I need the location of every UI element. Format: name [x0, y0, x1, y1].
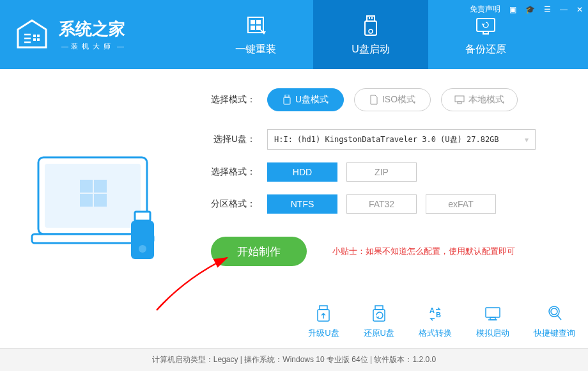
mode-usb-button[interactable]: U盘模式: [267, 88, 344, 111]
iso-small-icon: [369, 95, 378, 105]
backup-icon: [473, 13, 499, 39]
upgrade-usb-icon: [314, 304, 333, 324]
svg-rect-1: [37, 35, 40, 37]
svg-rect-11: [371, 17, 373, 19]
shortcut-icon: [545, 304, 564, 324]
mode-local-label: 本地模式: [468, 94, 504, 106]
tab-usbboot[interactable]: U盘启动: [313, 0, 428, 69]
svg-rect-6: [256, 20, 261, 24]
usb-select-value: H:I: (hd1) KingstonDataTraveler 3.0 (U盘)…: [274, 134, 499, 145]
action-shortcut-label: 快捷键查询: [534, 328, 575, 339]
svg-rect-20: [80, 194, 93, 207]
partition-exfat-button[interactable]: exFAT: [426, 194, 496, 214]
close-icon[interactable]: ✕: [576, 5, 583, 14]
convert-icon: AB: [426, 304, 445, 324]
usb-select-dropdown[interactable]: H:I: (hd1) KingstonDataTraveler 3.0 (U盘)…: [267, 129, 536, 150]
partition-ntfs-button[interactable]: NTFS: [267, 194, 337, 214]
window-controls: 免责声明 ▣ 🎓 ☰ — ✕: [470, 4, 583, 15]
usb-select-row: 选择U盘： H:I: (hd1) KingstonDataTraveler 3.…: [198, 129, 562, 150]
svg-rect-18: [80, 180, 93, 193]
partition-fat32-button[interactable]: FAT32: [346, 194, 417, 214]
svg-rect-32: [375, 306, 383, 310]
mode-row: 选择模式： U盘模式 ISO模式 本地模式: [198, 88, 562, 111]
svg-rect-5: [251, 20, 255, 24]
usb-small-icon: [282, 95, 291, 105]
format-hdd-button[interactable]: HDD: [267, 162, 337, 182]
logo-area: 系统之家 装机大师: [0, 0, 198, 69]
action-simulate[interactable]: 模拟启动: [476, 304, 509, 339]
svg-rect-10: [369, 17, 370, 19]
reinstall-icon: [243, 13, 268, 39]
svg-rect-21: [94, 194, 107, 207]
usb-icon: [358, 13, 383, 39]
mode-iso-label: ISO模式: [382, 94, 415, 106]
svg-rect-2: [33, 38, 36, 41]
laptop-usb-illustration: [26, 138, 173, 279]
action-convert[interactable]: AB 格式转换: [419, 304, 452, 339]
mode-iso-button[interactable]: ISO模式: [354, 88, 431, 111]
svg-rect-30: [320, 306, 327, 310]
illustration-panel: [0, 69, 198, 348]
usb-select-label: 选择U盘：: [198, 134, 256, 145]
svg-point-25: [139, 245, 146, 253]
svg-rect-3: [37, 38, 40, 41]
svg-rect-26: [285, 95, 289, 97]
svg-rect-14: [477, 19, 495, 31]
svg-point-13: [369, 29, 373, 33]
svg-rect-29: [458, 102, 461, 104]
bottom-actions: 升级U盘 还原U盘 AB 格式转换 模拟启动 快捷键查询: [308, 304, 575, 339]
svg-rect-0: [33, 35, 36, 37]
graduation-icon[interactable]: 🎓: [525, 5, 535, 14]
settings-icon[interactable]: ☰: [544, 5, 551, 14]
app-subtitle: 装机大师: [59, 42, 127, 51]
disclaimer-link[interactable]: 免责声明: [470, 4, 500, 15]
mode-usb-label: U盘模式: [295, 94, 329, 106]
status-text: 计算机启动类型：Legacy | 操作系统：Windows 10 专业版 64位…: [152, 354, 436, 365]
minimize-icon[interactable]: —: [560, 5, 568, 14]
svg-rect-7: [251, 26, 255, 30]
tab-reinstall[interactable]: 一键重装: [198, 0, 313, 69]
mode-local-button[interactable]: 本地模式: [441, 88, 518, 111]
tab-usbboot-label: U盘启动: [352, 43, 390, 56]
start-row: 开始制作 小贴士：如果不知道怎么配置，使用默认配置即可: [211, 237, 562, 266]
svg-rect-24: [131, 221, 154, 259]
svg-point-39: [551, 308, 557, 315]
svg-rect-9: [367, 16, 375, 21]
start-button[interactable]: 开始制作: [211, 237, 307, 266]
app-title: 系统之家: [59, 18, 127, 40]
svg-rect-19: [94, 180, 107, 193]
action-upgrade-label: 升级U盘: [308, 328, 339, 339]
app-logo-icon: [13, 15, 51, 54]
report-icon[interactable]: ▣: [509, 5, 516, 14]
tip-text-wrap: 小贴士：如果不知道怎么配置，使用默认配置即可: [332, 246, 515, 257]
format-label: 选择格式：: [198, 166, 256, 178]
svg-rect-27: [284, 97, 290, 104]
action-restore[interactable]: 还原U盘: [364, 304, 394, 339]
tip-label: 小贴士：: [332, 246, 366, 256]
restore-usb-icon: [369, 304, 389, 324]
tab-backup-label: 备份还原: [465, 43, 506, 56]
action-convert-label: 格式转换: [419, 328, 452, 339]
action-simulate-label: 模拟启动: [476, 328, 509, 339]
svg-text:B: B: [436, 311, 441, 319]
status-bar: 计算机启动类型：Legacy | 操作系统：Windows 10 专业版 64位…: [0, 348, 588, 371]
partition-label: 分区格式：: [198, 198, 256, 210]
action-upgrade[interactable]: 升级U盘: [308, 304, 339, 339]
tip-content: 如果不知道怎么配置，使用默认配置即可: [366, 246, 515, 256]
local-small-icon: [454, 95, 465, 104]
app-header: 系统之家 装机大师 一键重装 U盘启动: [0, 0, 588, 69]
svg-rect-28: [455, 96, 464, 102]
action-restore-label: 还原U盘: [364, 328, 394, 339]
svg-rect-36: [486, 308, 500, 317]
partition-row: 分区格式： NTFS FAT32 exFAT: [198, 194, 562, 214]
mode-label: 选择模式：: [198, 94, 256, 106]
svg-text:A: A: [429, 306, 435, 314]
svg-rect-8: [256, 26, 261, 30]
format-row: 选择格式： HDD ZIP: [198, 162, 562, 182]
svg-line-41: [557, 315, 561, 320]
svg-rect-15: [483, 31, 488, 34]
simulate-icon: [483, 304, 502, 324]
format-zip-button[interactable]: ZIP: [346, 162, 417, 182]
tab-reinstall-label: 一键重装: [235, 43, 276, 56]
action-shortcut[interactable]: 快捷键查询: [534, 304, 575, 339]
